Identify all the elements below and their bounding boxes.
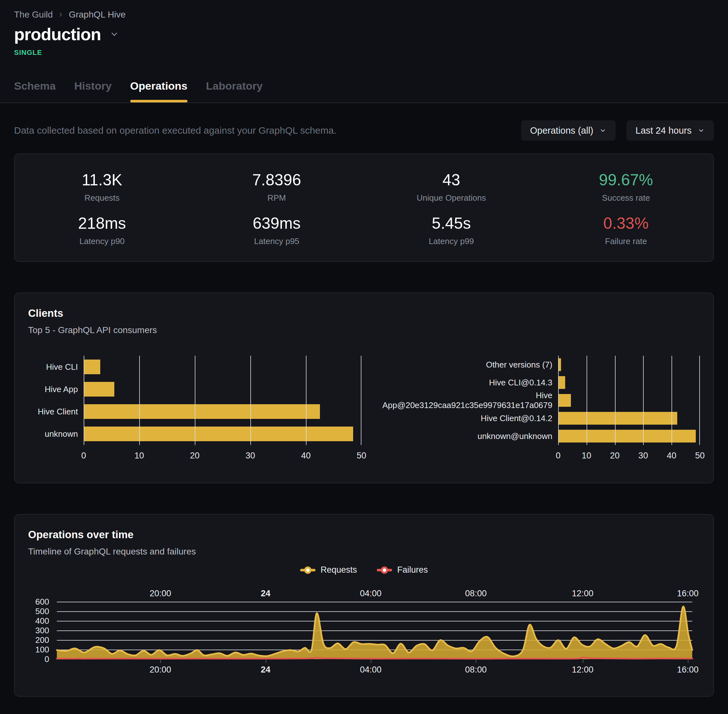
- bar-row: Hive Client@0.14.2: [369, 410, 700, 427]
- x-axis-labels: 01020304050: [558, 451, 700, 464]
- operations-over-time-panel: Operations over time Timeline of GraphQL…: [14, 514, 714, 697]
- page-title: production: [14, 24, 101, 44]
- bar: [558, 358, 561, 371]
- legend-item-requests[interactable]: Requests: [300, 565, 357, 575]
- page-header: The Guild GraphQL Hive production SINGLE…: [0, 0, 728, 103]
- bar-row: Hive CLI@0.14.3: [369, 374, 700, 392]
- legend-item-failures[interactable]: Failures: [377, 565, 428, 575]
- bar: [558, 394, 571, 407]
- bar-row: Hive CLI: [28, 356, 361, 378]
- stats-panel: 11.3KRequests 7.8396RPM 43Unique Operati…: [14, 153, 714, 262]
- tab-operations[interactable]: Operations: [130, 80, 187, 102]
- stat-rpm: 7.8396RPM: [190, 165, 364, 208]
- chevron-right-icon: [57, 11, 64, 18]
- failures-line-marker-icon: [377, 569, 392, 572]
- timeline-svg: [57, 602, 692, 659]
- operations-subtitle: Timeline of GraphQL requests and failure…: [28, 546, 700, 557]
- tab-history[interactable]: History: [74, 80, 111, 102]
- operations-title: Operations over time: [28, 529, 700, 541]
- date-range-dropdown[interactable]: Last 24 hours: [626, 120, 714, 141]
- stat-requests: 11.3KRequests: [15, 165, 190, 208]
- clients-title: Clients: [28, 307, 700, 320]
- tab-schema[interactable]: Schema: [14, 80, 56, 102]
- status-badge: SINGLE: [14, 48, 714, 57]
- requests-line-marker-icon: [300, 569, 316, 572]
- tab-laboratory[interactable]: Laboratory: [206, 80, 263, 102]
- bar-row: unknown@unknown: [369, 427, 700, 445]
- clients-by-version-chart: Other versions (7) Hive CLI@0.14.3 Hive …: [369, 356, 700, 464]
- stat-latency-p90: 218msLatency p90: [15, 208, 190, 252]
- bar-row: Other versions (7): [369, 356, 700, 374]
- operations-filter-dropdown[interactable]: Operations (all): [521, 120, 615, 141]
- active-tab-indicator: [130, 100, 187, 102]
- bar: [84, 382, 114, 396]
- clients-subtitle: Top 5 - GraphQL API consumers: [28, 325, 700, 335]
- timeline-plot-area: [57, 602, 692, 659]
- bar: [558, 412, 677, 424]
- tab-bar: Schema History Operations Laboratory: [14, 80, 714, 102]
- stat-latency-p99: 5.45sLatency p99: [364, 208, 538, 252]
- timeline-top-axis: 20:00 24 04:00 08:00 12:00 16:00: [57, 588, 692, 602]
- clients-panel: Clients Top 5 - GraphQL API consumers Hi…: [14, 292, 714, 483]
- bar: [558, 430, 696, 442]
- bar: [84, 360, 100, 374]
- chevron-down-icon: [697, 127, 705, 134]
- bar-row: Hive Client: [28, 400, 361, 423]
- bar-row: unknown: [28, 423, 361, 445]
- chevron-down-icon: [599, 127, 607, 134]
- breadcrumb-org-link[interactable]: The Guild: [14, 10, 53, 20]
- timeline-y-axis: 600 500 400 300 200 100 0: [28, 602, 57, 659]
- chart-legend: Requests Failures: [28, 565, 700, 575]
- bar: [84, 426, 353, 441]
- stat-latency-p95: 639msLatency p95: [190, 208, 364, 252]
- bar: [84, 404, 320, 419]
- timeline-chart: 20:00 24 04:00 08:00 12:00 16:00 600 500…: [28, 588, 692, 677]
- clients-by-name-chart: Hive CLI Hive App Hive Client unknown 01…: [28, 356, 361, 464]
- stat-success-rate: 99.67%Success rate: [538, 165, 713, 208]
- bar-row: Hive App@20e3129caa921c35e9979631e17a067…: [369, 392, 700, 410]
- stat-failure-rate: 0.33%Failure rate: [538, 208, 713, 252]
- breadcrumb: The Guild GraphQL Hive: [14, 10, 714, 20]
- breadcrumb-project-link[interactable]: GraphQL Hive: [69, 10, 125, 20]
- page-description: Data collected based on operation execut…: [14, 125, 337, 136]
- x-axis-labels: 01020304050: [84, 451, 361, 464]
- bar: [558, 376, 565, 389]
- timeline-bottom-axis: 20:00 24 04:00 08:00 12:00 16:00: [57, 661, 692, 677]
- stat-unique-operations: 43Unique Operations: [364, 165, 538, 208]
- target-selector-chevron-down-icon[interactable]: [109, 29, 119, 39]
- bar-row: Hive App: [28, 378, 361, 400]
